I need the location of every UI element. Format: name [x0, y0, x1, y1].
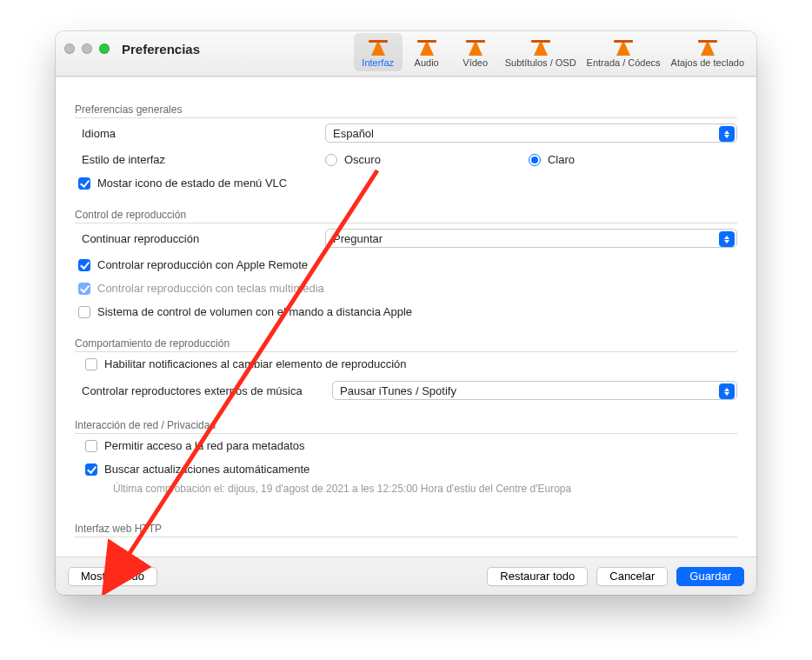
tab-subtitles-label: Subtítulos / OSD — [505, 57, 576, 68]
auto-updates-checkbox[interactable]: Buscar actualizaciones automáticamente — [75, 457, 737, 481]
checkbox-icon — [85, 358, 97, 370]
chevron-updown-icon — [719, 126, 735, 142]
show-menu-icon-label: Mostar icono de estado de menú VLC — [97, 177, 287, 190]
language-select[interactable]: Español — [325, 123, 737, 143]
continue-playback-label: Continuar reproducción — [82, 232, 325, 245]
tab-hotkeys-label: Atajos de teclado — [671, 57, 744, 68]
apple-remote-checkbox[interactable]: Controlar reproducción con Apple Remote — [75, 253, 737, 277]
language-value: Español — [333, 127, 374, 140]
tab-input-codecs[interactable]: Entrada / Códecs — [582, 33, 666, 71]
tab-interface[interactable]: Interfaz — [354, 33, 403, 71]
restore-all-button[interactable]: Restaurar todo — [487, 567, 588, 586]
show-menu-icon-checkbox[interactable]: Mostar icono de estado de menú VLC — [75, 171, 737, 195]
external-players-select[interactable]: Pausar iTunes / Spotify — [332, 381, 737, 400]
last-check-hint: Última comprobación el: dijous, 19 d'ago… — [75, 481, 737, 502]
tab-interface-label: Interfaz — [362, 57, 394, 68]
window-controls — [64, 43, 110, 54]
checkbox-icon — [85, 463, 97, 476]
save-button[interactable]: Guardar — [676, 567, 744, 586]
media-keys-checkbox: Controlar reproducción con teclas multim… — [75, 277, 737, 300]
cone-icon — [414, 35, 440, 56]
interface-style-label: Estilo de interfaz — [82, 153, 325, 166]
style-light-radio[interactable]: Claro — [529, 153, 575, 166]
style-light-label: Claro — [548, 153, 575, 166]
notifications-checkbox[interactable]: Habilitar notificaciones al cambiar elem… — [75, 352, 737, 376]
prefs-toolbar: Interfaz Audio Vídeo Subtítulos / OSD En… — [354, 33, 749, 71]
tab-audio-label: Audio — [415, 57, 439, 68]
style-dark-label: Oscuro — [344, 153, 381, 166]
continue-playback-value: Preguntar — [333, 232, 383, 245]
allow-metadata-label: Permitir acceso a la red para metadatos — [104, 439, 305, 452]
checkbox-icon — [78, 283, 90, 295]
preferences-window: Preferencias Interfaz Audio Vídeo Subtít… — [56, 31, 756, 595]
checkbox-icon — [78, 259, 90, 271]
chevron-updown-icon — [719, 231, 735, 247]
external-players-label: Controlar reproductores externos de músi… — [82, 384, 332, 397]
zoom-icon[interactable] — [99, 43, 110, 54]
tab-video-label: Vídeo — [463, 57, 488, 68]
apple-volume-label: Sistema de control de volumen con el man… — [97, 305, 412, 318]
cone-icon — [365, 35, 391, 56]
tab-audio[interactable]: Audio — [403, 33, 451, 71]
section-network-privacy-title: Interacción de red / Privacidad — [75, 414, 737, 434]
section-general-title: Preferencias generales — [75, 98, 737, 118]
minimize-icon[interactable] — [82, 43, 92, 54]
continue-playback-select[interactable]: Preguntar — [325, 229, 737, 248]
apple-volume-checkbox[interactable]: Sistema de control de volumen con el man… — [75, 300, 737, 323]
style-dark-radio[interactable]: Oscuro — [325, 153, 381, 166]
radio-icon — [325, 154, 337, 166]
content-scroll[interactable]: Preferencias generales Idioma Español Es… — [56, 77, 756, 557]
footer: Mostrar todo Restaurar todo Cancelar Gua… — [56, 557, 756, 595]
tab-video[interactable]: Vídeo — [451, 33, 500, 71]
cone-icon — [463, 35, 489, 56]
section-playback-control-title: Control de reproducción — [75, 203, 737, 223]
cone-icon — [610, 35, 636, 56]
auto-updates-label: Buscar actualizaciones automáticamente — [104, 463, 309, 476]
media-keys-label: Controlar reproducción con teclas multim… — [97, 282, 324, 295]
titlebar: Preferencias Interfaz Audio Vídeo Subtít… — [56, 31, 756, 77]
radio-icon — [529, 154, 541, 166]
language-label: Idioma — [82, 127, 325, 140]
checkbox-icon — [78, 306, 90, 318]
close-icon[interactable] — [64, 43, 75, 54]
notifications-label: Habilitar notificaciones al cambiar elem… — [104, 357, 407, 370]
checkbox-icon — [85, 440, 97, 452]
cone-icon — [528, 35, 554, 56]
show-all-button[interactable]: Mostrar todo — [68, 567, 157, 586]
tab-subtitles[interactable]: Subtítulos / OSD — [500, 33, 582, 71]
section-http-title: Interfaz web HTTP — [75, 517, 737, 537]
apple-remote-label: Controlar reproducción con Apple Remote — [97, 258, 308, 271]
external-players-value: Pausar iTunes / Spotify — [340, 384, 456, 397]
allow-metadata-checkbox[interactable]: Permitir acceso a la red para metadatos — [75, 434, 737, 457]
tab-hotkeys[interactable]: Atajos de teclado — [666, 33, 749, 71]
section-playback-behavior-title: Comportamiento de reproducción — [75, 332, 737, 352]
cone-icon — [695, 35, 721, 56]
checkbox-icon — [78, 177, 90, 190]
window-title: Preferencias — [122, 42, 200, 57]
cancel-button[interactable]: Cancelar — [596, 567, 668, 586]
tab-input-codecs-label: Entrada / Códecs — [587, 57, 661, 68]
chevron-updown-icon — [719, 383, 735, 399]
